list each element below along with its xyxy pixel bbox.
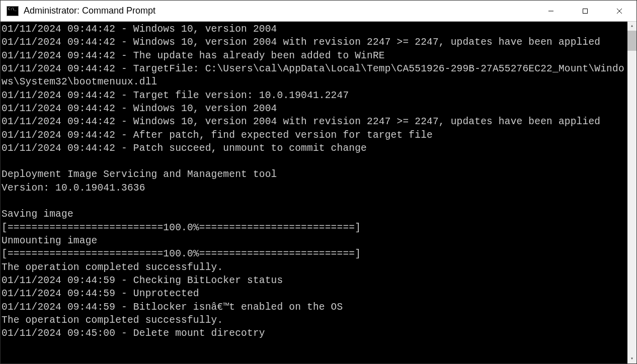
cmd-icon (7, 6, 19, 16)
svg-rect-1 (583, 9, 588, 13)
scroll-track[interactable] (627, 31, 636, 354)
console-output[interactable]: 01/11/2024 09:44:42 - Windows 10, versio… (1, 22, 627, 363)
titlebar: Administrator: Command Prompt (1, 1, 636, 22)
scroll-down-arrow[interactable]: ▾ (627, 354, 636, 363)
scroll-up-arrow[interactable]: ▴ (627, 22, 636, 31)
maximize-button[interactable] (568, 1, 602, 21)
scroll-thumb[interactable] (627, 31, 636, 51)
window-title: Administrator: Command Prompt (24, 6, 534, 16)
vertical-scrollbar[interactable]: ▴ ▾ (627, 22, 636, 363)
console-viewport: 01/11/2024 09:44:42 - Windows 10, versio… (1, 22, 636, 363)
minimize-button[interactable] (534, 1, 568, 21)
close-button[interactable] (602, 1, 636, 21)
window-controls (534, 1, 636, 21)
